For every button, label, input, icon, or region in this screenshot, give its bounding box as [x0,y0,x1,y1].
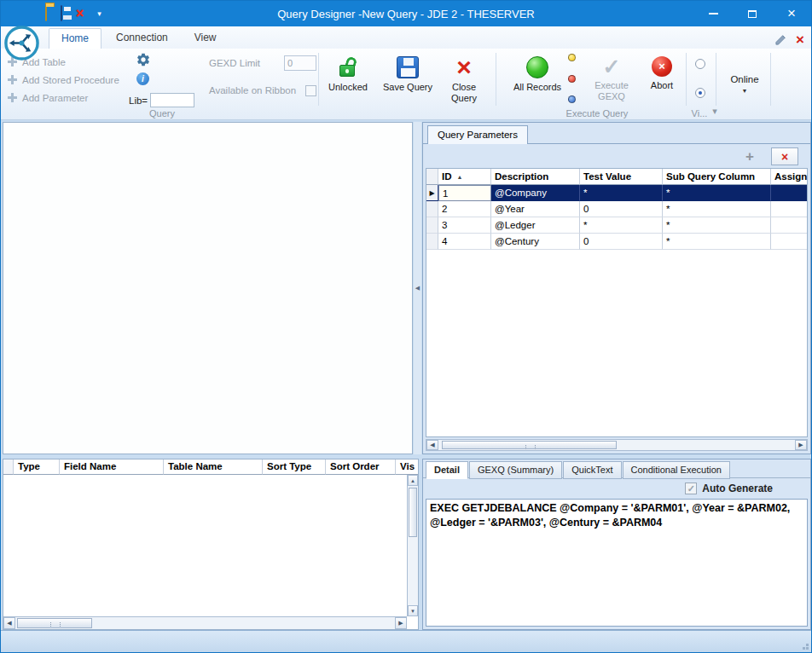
cell-sub-query-column[interactable]: * [663,201,771,217]
yellow-status-dot[interactable] [568,54,576,61]
tab-view[interactable]: View [183,28,229,49]
blue-status-dot[interactable] [568,95,576,103]
view-option-radio-1[interactable] [695,59,705,69]
column-header-sub-query-column[interactable]: Sub Query Column [663,169,771,185]
scrollbar-thumb[interactable] [442,441,617,449]
tab-connection[interactable]: Connection [104,28,180,49]
red-status-dot[interactable] [568,75,576,83]
column-header-test-value[interactable]: Test Value [580,169,663,185]
save-icon[interactable] [61,6,62,21]
minimize-button[interactable] [693,1,733,26]
resize-grip[interactable] [800,641,809,650]
cell-assign[interactable] [771,234,807,250]
unlocked-button[interactable]: Unlocked [323,52,373,115]
vertical-splitter[interactable]: ◀ [414,122,421,454]
scroll-right-button[interactable]: ▶ [795,440,807,450]
tab-gexq-summary[interactable]: GEXQ (Summary) [469,461,562,479]
cell-id[interactable]: 1 [438,185,491,201]
cell-id[interactable]: 2 [438,201,491,217]
vertical-scrollbar[interactable]: ▲ ▼ [407,475,418,616]
ribbon-separator [318,53,319,106]
tab-query-parameters[interactable]: Query Parameters [427,125,528,144]
cell-description[interactable]: @Year [491,201,580,217]
tab-detail[interactable]: Detail [426,461,468,479]
cell-id[interactable]: 3 [438,217,491,234]
column-header-assign[interactable]: Assign [771,169,807,185]
cell-test-value[interactable]: * [580,185,663,201]
qat-dropdown-icon[interactable]: ▾ [97,9,102,18]
close-button[interactable]: × [772,1,811,26]
cell-description[interactable]: @Ledger [491,217,580,234]
cell-test-value[interactable]: 0 [580,201,663,217]
scroll-left-button[interactable]: ◀ [3,617,15,629]
table-row[interactable]: 2 @Year 0 * [426,201,807,217]
lib-input[interactable] [150,93,194,107]
scrollbar-thumb[interactable] [17,618,92,628]
all-records-button[interactable]: All Records [511,52,564,115]
table-row[interactable]: 4 @Century 0 * [426,234,807,250]
column-header-field-name[interactable]: Field Name [60,459,164,475]
cell-assign[interactable] [771,185,807,201]
cell-sub-query-column[interactable]: * [663,234,771,250]
horizontal-scrollbar[interactable]: ◀ ▶ [426,439,808,451]
close-query-button[interactable]: × Close Query [443,52,485,115]
close-designer-icon[interactable]: × [796,33,804,46]
tab-quicktext[interactable]: QuickText [563,461,621,479]
column-header-type[interactable]: Type [14,459,60,475]
gexd-limit-input[interactable] [284,55,316,71]
scroll-up-icon: ▲ [410,478,415,483]
info-icon[interactable]: i [136,72,149,85]
cell-assign[interactable] [771,201,807,217]
auto-generate-checkbox[interactable]: ✓ [685,483,697,494]
add-stored-procedure-button[interactable]: Add Stored Procedure [8,71,119,89]
tab-home[interactable]: Home [49,28,102,49]
column-header-sort-type[interactable]: Sort Type [263,459,326,475]
pencil-icon[interactable] [774,33,787,46]
scroll-left-button[interactable]: ◀ [426,440,438,450]
open-folder-icon[interactable] [45,6,47,21]
table-row[interactable]: ▶ 1 @Company * * [426,185,807,201]
column-header-id[interactable]: ID ▲ [438,169,491,185]
ribbon-separator [770,53,771,106]
delete-parameter-row-button[interactable]: × [771,147,798,165]
cell-id[interactable]: 4 [438,234,491,250]
view-option-radio-2[interactable] [695,88,705,98]
tab-conditional-execution[interactable]: Conditional Execution [623,461,730,479]
close-query-icon[interactable]: × [76,8,84,20]
settings-gear-button[interactable] [136,52,151,67]
cell-sub-query-column[interactable]: * [663,185,771,201]
cell-sub-query-column[interactable]: * [663,217,771,234]
cell-test-value[interactable]: 0 [580,234,663,250]
scroll-up-button[interactable]: ▲ [408,475,418,486]
sql-text-editor[interactable]: EXEC GETJDEBALANCE @Company = '&PARM01',… [426,499,808,627]
column-header-sort-order[interactable]: Sort Order [326,459,396,475]
row-indicator: ▶ [426,185,438,201]
online-dropdown-button[interactable]: Online ▼ [722,52,767,115]
abort-button[interactable]: × Abort [642,52,682,115]
column-header-visible[interactable]: Vis [396,459,418,475]
scrollbar-thumb[interactable] [409,488,417,537]
scroll-down-button[interactable]: ▼ [408,605,418,616]
cell-assign[interactable] [771,217,807,234]
execute-gexq-button[interactable]: ✓ Execute GEXQ [588,52,635,115]
scroll-right-button[interactable]: ▶ [395,617,407,629]
horizontal-scrollbar[interactable]: ◀ ▶ [3,616,407,629]
maximize-button[interactable] [733,1,772,26]
available-on-ribbon-checkbox[interactable] [305,85,316,96]
cell-description[interactable]: @Company [491,185,580,201]
cell-description[interactable]: @Century [491,234,580,250]
add-stored-procedure-icon [8,75,17,84]
column-header-table-name[interactable]: Table Name [164,459,263,475]
save-query-button[interactable]: Save Query [381,52,434,115]
column-header-description[interactable]: Description [491,169,580,185]
add-parameter-row-button[interactable]: + [739,148,761,165]
query-design-surface[interactable] [3,122,413,454]
gexd-settings: GEXD Limit Available on Ribbon [209,55,316,99]
cell-test-value[interactable]: * [580,217,663,234]
view-group-launcher-icon[interactable]: ▾ [710,106,720,117]
add-parameter-button[interactable]: Add Parameter [8,89,119,107]
detail-panel: Detail GEXQ (Summary) QuickText Conditio… [422,459,811,630]
table-row[interactable]: 3 @Ledger * * [426,217,807,234]
application-logo-button[interactable] [3,25,40,61]
scroll-right-icon: ▶ [398,620,403,627]
